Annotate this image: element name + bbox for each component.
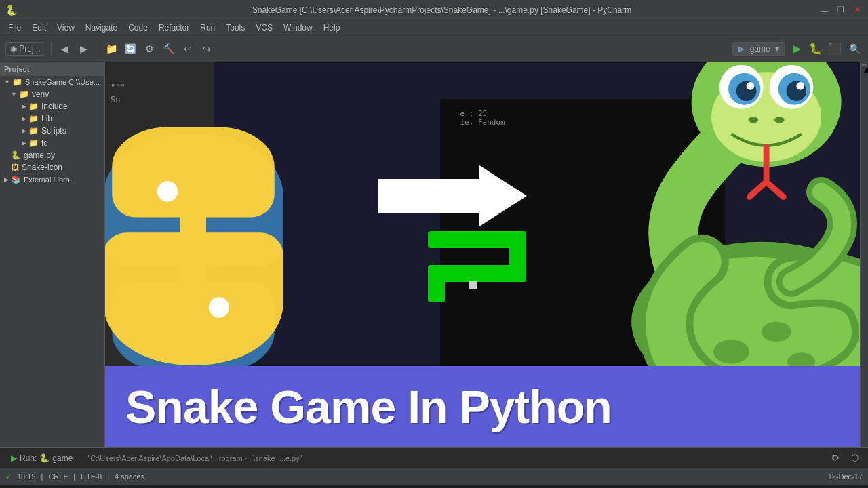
sync-icon[interactable]: 🔄 [123,41,139,57]
tree-root-snakegame[interactable]: ▼ 📁 SnakeGame C:\\Use... [0,76,104,88]
tree-arrow-ext: ▶ [4,176,9,183]
menu-vcs[interactable]: VCS [250,22,278,34]
svg-point-24 [774,117,785,123]
bg-line-1: """ [111,83,208,95]
menu-file[interactable]: File [3,22,26,34]
run-config-name[interactable]: ▶ game ▾ [732,42,785,56]
project-selector[interactable]: ◉ Proj... [5,42,45,56]
run-tab-icon: ▶ [11,453,17,463]
folder-icon[interactable]: 📁 [104,41,120,57]
editor-area: 🐍 game.py ✕ 1 2 3 4 5 6 [105,62,860,447]
menu-help[interactable]: Help [318,22,346,34]
tree-label-lib: Lib [41,114,52,123]
arrow-container [378,162,527,232]
game-caption: e : 25 [460,109,488,118]
run-config-icon: ▶ [738,44,745,54]
menu-view[interactable]: View [52,22,80,34]
project-sidebar: Project ▼ 📁 SnakeGame C:\\Use... ▼ 📁 ven… [0,62,105,447]
tree-game-py[interactable]: 🐍 game.py [0,149,104,161]
tree-label-game-py: game.py [24,150,55,160]
main-area: Project ▼ 📁 SnakeGame C:\\Use... ▼ 📁 ven… [0,62,868,447]
tree-include[interactable]: ▶ 📁 Include [0,100,104,113]
external-lib-icon: 📚 [11,175,21,184]
svg-point-0 [157,181,178,201]
window-controls: — ❐ ✕ [819,5,863,16]
folder-icon-venv: 📁 [19,89,29,99]
svg-point-21 [747,82,755,90]
menu-edit[interactable]: Edit [26,22,52,34]
thumbnail-overlay: """ Sn isRegistered init() # ga # game o… [105,62,860,447]
folder-icon-td: 📁 [28,138,39,148]
menu-navigate[interactable]: Navigate [80,22,123,34]
tree-label-scripts: Scripts [41,126,66,136]
tree-external-lib[interactable]: ▶ 📚 External Libra... [0,174,104,186]
maximize-button[interactable]: ❐ [835,5,846,16]
tree-label-include: Include [41,102,68,111]
tree-label-external-lib: External Libra... [24,176,76,184]
stop-button[interactable]: ⬛ [827,41,842,56]
project-icon: ◉ [10,44,17,54]
tree-venv[interactable]: ▼ 📁 venv [0,88,104,100]
file-icon-game-py: 🐍 [11,150,21,160]
run-button[interactable]: ▶ [789,41,804,56]
minimize-button[interactable]: — [819,5,830,16]
forward-button[interactable]: ▶ [76,41,92,57]
status-indent: 4 spaces [115,472,144,481]
svg-rect-7 [469,281,477,289]
tree-scripts[interactable]: ▶ 📁 Scripts [0,125,104,137]
game-source: ie, Fandom [460,118,505,127]
build-icon[interactable]: 🔨 [161,41,177,57]
run-config-label: game [750,44,770,54]
run-controls: ⚙ ⬡ [827,450,863,466]
menu-bar: File Edit View Navigate Code Refactor Ru… [0,20,868,35]
run-external-icon[interactable]: ⬡ [846,450,863,466]
status-line-col: 18:19 [17,472,36,481]
menu-refactor[interactable]: Refactor [153,22,195,34]
menu-code[interactable]: Code [123,22,153,34]
folder-icon-lib: 📁 [28,114,39,123]
status-separator-2: | [73,472,75,481]
menu-run[interactable]: Run [195,22,220,34]
close-button[interactable]: ✕ [852,5,863,16]
snake-game-shape [401,224,550,308]
right-gutter-scroll[interactable]: ▲ [860,62,868,447]
sidebar-title: Project [4,65,29,73]
tree-label-snakegame: SnakeGame C:\\Use... [25,78,100,86]
status-separator-3: | [107,472,109,481]
window-title: SnakeGame [C:\Users\Acer Aspire\PycharmP… [252,5,632,15]
tree-arrow-scripts: ▶ [22,127,26,134]
svg-marker-2 [378,165,527,226]
tree-snake-icon[interactable]: 🖼 Snake-icon [0,161,104,174]
folder-icon-scripts: 📁 [28,126,39,136]
status-bar: ✓ 18:19 | CRLF | UTF-8 | 4 spaces 12-Dec… [0,468,868,485]
project-label-text: Proj... [19,44,40,54]
python-logo [105,114,322,385]
tree-lib[interactable]: ▶ 📁 Lib [0,113,104,125]
menu-window[interactable]: Window [278,22,318,34]
debug-button[interactable]: 🐛 [808,41,823,56]
taskbar: ⊞ 🔍 🐍 📶 🔊 🔋 1:29 PM 12-Dec-17 [0,485,868,488]
toolbar-separator [51,42,52,56]
bg-line-2: Sn [111,95,208,107]
tree-label-td: td [41,138,48,148]
svg-point-11 [762,322,791,342]
search-everywhere-icon[interactable]: 🔍 [846,41,863,57]
file-icon-snake: 🖼 [11,163,19,172]
undo-icon[interactable]: ↩ [180,41,196,57]
back-button[interactable]: ◀ [57,41,73,57]
settings-icon[interactable]: ⚙ [142,41,158,57]
run-tab-label: Run: [20,453,37,463]
run-configuration: ▶ game ▾ ▶ 🐛 ⬛ 🔍 [732,41,863,57]
run-game-icon: 🐍 [39,453,50,463]
app-icon: 🐍 [5,5,17,16]
tree-label-venv: venv [32,89,49,99]
status-date: 12-Dec-17 [828,472,863,481]
run-settings-icon[interactable]: ⚙ [827,450,844,466]
run-tab[interactable]: ▶ Run: 🐍 game [5,452,78,464]
tree-td[interactable]: ▶ 📁 td [0,137,104,149]
menu-tools[interactable]: Tools [220,22,250,34]
redo-icon[interactable]: ↪ [199,41,215,57]
run-config-dropdown: ▾ [775,44,779,54]
tree-label-snake-icon: Snake-icon [22,163,62,172]
folder-icon-include: 📁 [28,102,39,111]
